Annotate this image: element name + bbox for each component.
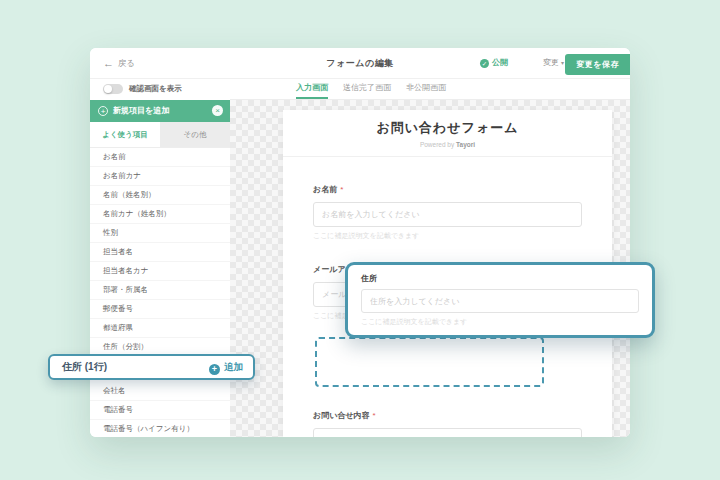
powered-by: Powered by Tayori xyxy=(283,141,612,148)
list-item-split-name-kana[interactable]: 名前カナ（姓名別） xyxy=(90,205,230,224)
dragged-field-label: 住所 xyxy=(361,273,639,284)
top-bar: ←戻る フォームの編集 ✓公開 変更▾ 変更を保存 xyxy=(90,48,630,79)
field-type-list: お名前 お名前カナ 名前（姓名別） 名前カナ（姓名別） 性別 担当者名 担当者名… xyxy=(90,148,230,437)
list-item-prefecture[interactable]: 都道府県 xyxy=(90,319,230,338)
tab-input-screen[interactable]: 入力画面 xyxy=(296,78,328,99)
plus-circle-icon: + xyxy=(98,106,108,116)
add-item-panel-title: 新規項目を追加 xyxy=(113,100,169,122)
dragged-list-item[interactable]: 住所 (1行) +追加 xyxy=(48,354,255,380)
publish-status-label: 公開 xyxy=(492,58,508,67)
sidebar-tab-frequent[interactable]: よく使う項目 xyxy=(90,122,160,147)
confirm-toggle-label: 確認画面を表示 xyxy=(129,78,182,100)
add-item-panel-header: + 新規項目を追加 × xyxy=(90,100,230,122)
list-item-name-kana[interactable]: お名前カナ xyxy=(90,167,230,186)
dragged-field-input xyxy=(361,289,639,313)
tab-complete-screen[interactable]: 送信完了画面 xyxy=(343,78,391,99)
check-circle-icon: ✓ xyxy=(480,59,489,68)
dragged-field-inner: 住所 ここに補足説明文を記載できます xyxy=(348,265,652,327)
required-mark: * xyxy=(373,411,376,420)
list-item-gender[interactable]: 性別 xyxy=(90,224,230,243)
required-mark: * xyxy=(340,185,343,194)
changes-dropdown[interactable]: 変更▾ xyxy=(543,48,564,78)
dragged-list-item-label: 住所 (1行) xyxy=(62,356,107,378)
chevron-down-icon: ▾ xyxy=(561,60,564,66)
field-name-label: お名前 xyxy=(313,185,337,194)
publish-status-badge: ✓公開 xyxy=(480,48,508,78)
confirm-toggle-row: 確認画面を表示 xyxy=(90,78,230,100)
list-item-department[interactable]: 部署・所属名 xyxy=(90,281,230,300)
list-item-contact-name-kana[interactable]: 担当者名カナ xyxy=(90,262,230,281)
list-item-phone-hyphen[interactable]: 電話番号（ハイフン有り） xyxy=(90,420,230,437)
field-name: お名前* ここに補足説明文を記載できます xyxy=(313,178,582,241)
list-item-phone[interactable]: 電話番号 xyxy=(90,401,230,420)
dragged-field-helper: ここに補足説明文を記載できます xyxy=(361,317,639,327)
powered-prefix: Powered by xyxy=(420,141,454,148)
tab-private-screen[interactable]: 非公開画面 xyxy=(406,78,446,99)
changes-label: 変更 xyxy=(543,58,559,67)
field-message-textarea[interactable] xyxy=(313,428,582,437)
list-item-name[interactable]: お名前 xyxy=(90,148,230,167)
drop-target-outline xyxy=(315,337,544,387)
add-label: 追加 xyxy=(224,361,243,372)
form-title: お問い合わせフォーム xyxy=(283,119,612,137)
field-name-input[interactable] xyxy=(313,202,582,227)
toggle-knob xyxy=(104,85,112,93)
list-item-contact-name[interactable]: 担当者名 xyxy=(90,243,230,262)
field-message: お問い合せ内容* xyxy=(313,404,582,437)
sidebar-tabs: よく使う項目 その他 xyxy=(90,122,230,148)
field-name-helper: ここに補足説明文を記載できます xyxy=(313,231,582,241)
close-icon[interactable]: × xyxy=(212,105,223,116)
confirm-screen-toggle[interactable] xyxy=(103,84,123,94)
editor-tabs: 入力画面 送信完了画面 非公開画面 xyxy=(230,78,630,100)
list-item-zipcode[interactable]: 郵便番号 xyxy=(90,300,230,319)
sidebar-tab-other[interactable]: その他 xyxy=(160,122,230,147)
list-item-company[interactable]: 会社名 xyxy=(90,382,230,401)
save-button[interactable]: 変更を保存 xyxy=(565,54,630,75)
dragged-field-card[interactable]: 住所 ここに補足説明文を記載できます xyxy=(345,262,655,338)
field-message-label: お問い合せ内容 xyxy=(313,411,370,420)
list-item-split-name[interactable]: 名前（姓名別） xyxy=(90,186,230,205)
plus-circle-icon: + xyxy=(209,364,220,375)
form-header: お問い合わせフォーム Powered by Tayori xyxy=(283,110,612,157)
add-field-button[interactable]: +追加 xyxy=(209,356,243,378)
brand-name: Tayori xyxy=(456,141,475,148)
